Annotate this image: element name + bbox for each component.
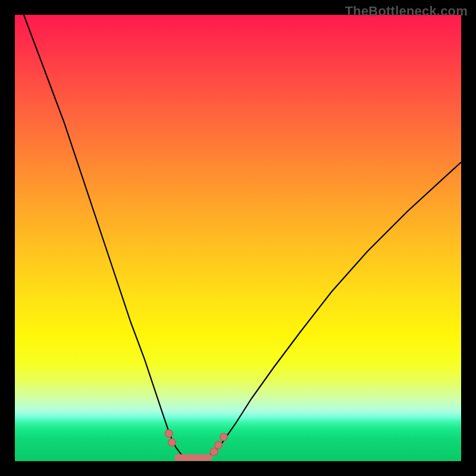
right-curve [207, 162, 462, 458]
marker-dot [215, 441, 223, 449]
markers-group [165, 430, 227, 456]
chart-frame: TheBottleneck.com [0, 0, 476, 476]
curves-svg [15, 15, 461, 461]
plot-area [15, 15, 461, 461]
marker-dot [165, 430, 173, 437]
marker-dot [210, 448, 218, 456]
marker-dot [168, 439, 176, 446]
left-curve [24, 15, 184, 457]
watermark-text: TheBottleneck.com [345, 4, 468, 19]
marker-dot [220, 433, 228, 441]
